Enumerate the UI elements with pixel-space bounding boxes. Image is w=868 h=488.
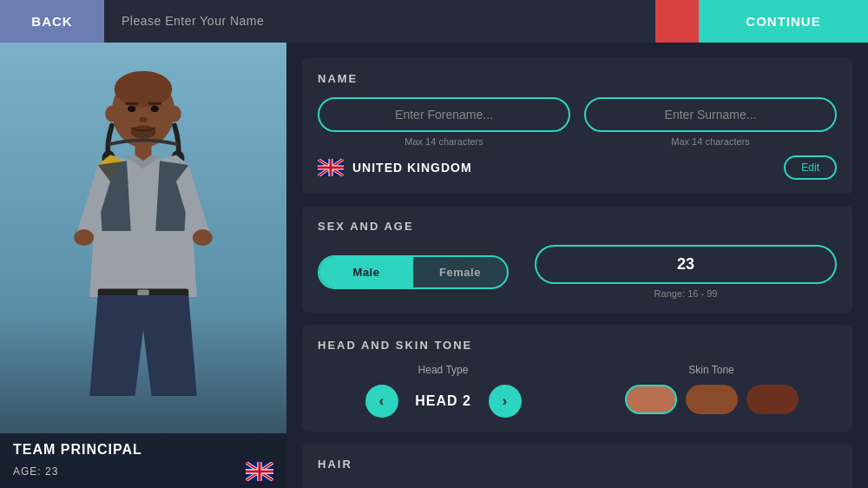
- hair-section: HAIR: [302, 444, 852, 488]
- character-panel: TEAM PRINCIPAL AGE: 23: [0, 43, 286, 488]
- svg-point-8: [139, 116, 148, 122]
- head-type-label: Head Type: [418, 364, 469, 376]
- skin-swatch-2[interactable]: [746, 385, 799, 414]
- age-range: Range: 16 - 99: [654, 288, 718, 299]
- male-button[interactable]: Male: [319, 257, 413, 287]
- character-svg: [48, 66, 239, 396]
- svg-point-13: [74, 229, 94, 246]
- country-name: UNITED KINGDOM: [352, 161, 472, 175]
- character-age: AGE: 23: [13, 465, 58, 478]
- svg-point-2: [105, 105, 118, 122]
- head-skin-section: HEAD AND SKIN TONE Head Type ‹ HEAD 2 › …: [302, 325, 852, 432]
- name-section-title: NAME: [318, 72, 837, 85]
- skin-tone-label: Skin Tone: [688, 364, 733, 376]
- head-selector: ‹ HEAD 2 ›: [318, 385, 569, 418]
- main-content: TEAM PRINCIPAL AGE: 23 NAME: [0, 43, 868, 488]
- country-left: UNITED KINGDOM: [318, 159, 472, 176]
- head-prev-button[interactable]: ‹: [365, 385, 398, 418]
- edit-country-button[interactable]: Edit: [784, 155, 837, 180]
- sex-age-row: Male Female 23 Range: 16 - 99: [318, 245, 837, 299]
- character-info: TEAM PRINCIPAL AGE: 23: [0, 433, 286, 488]
- surname-input[interactable]: [584, 97, 837, 132]
- skin-swatches: [625, 385, 799, 414]
- sex-age-section: SEX AND AGE Male Female 23 Range: 16 - 9…: [302, 206, 852, 313]
- forename-group: Max 14 characters: [318, 97, 570, 147]
- svg-point-9: [131, 125, 156, 138]
- head-next-button[interactable]: ›: [489, 385, 522, 418]
- character-role: TEAM PRINCIPAL: [13, 442, 273, 458]
- forename-input[interactable]: [318, 97, 570, 132]
- age-box: 23 Range: 16 - 99: [535, 245, 837, 299]
- svg-point-1: [115, 70, 173, 107]
- character-figure: [0, 43, 286, 419]
- country-row: UNITED KINGDOM Edit: [318, 155, 837, 180]
- surname-group: Max 14 characters: [584, 97, 837, 147]
- female-button[interactable]: Female: [413, 257, 507, 287]
- skin-swatch-1[interactable]: [686, 385, 738, 414]
- top-bar: BACK Please Enter Your Name CONTINUE: [0, 0, 868, 43]
- skin-swatch-0[interactable]: [625, 385, 677, 414]
- name-section: NAME Max 14 characters Max 14 characters: [302, 58, 852, 194]
- right-panel: NAME Max 14 characters Max 14 characters: [286, 43, 868, 488]
- name-bar: Please Enter Your Name: [104, 0, 699, 43]
- sex-age-title: SEX AND AGE: [318, 220, 837, 233]
- continue-button[interactable]: CONTINUE: [699, 0, 868, 43]
- back-button[interactable]: BACK: [0, 0, 104, 43]
- svg-point-4: [128, 105, 136, 112]
- svg-point-5: [151, 105, 160, 112]
- name-placeholder-text: Please Enter Your Name: [122, 14, 264, 28]
- uk-flag-icon: [246, 462, 273, 481]
- head-skin-title: HEAD AND SKIN TONE: [318, 339, 837, 352]
- red-indicator: [655, 0, 699, 43]
- country-flag-icon: [318, 159, 344, 176]
- surname-max-chars: Max 14 characters: [671, 136, 749, 147]
- svg-rect-7: [148, 102, 161, 104]
- age-value: 23: [535, 245, 837, 284]
- svg-point-3: [168, 105, 181, 122]
- head-type-value: HEAD 2: [409, 393, 478, 409]
- forename-max-chars: Max 14 characters: [404, 136, 483, 147]
- char-age-flag: AGE: 23: [13, 462, 273, 481]
- hair-section-title: HAIR: [318, 458, 837, 471]
- svg-rect-6: [125, 102, 138, 104]
- name-inputs-row: Max 14 characters Max 14 characters: [318, 97, 837, 147]
- svg-point-14: [193, 229, 213, 246]
- sex-toggle: Male Female: [318, 255, 509, 289]
- head-col: Head Type ‹ HEAD 2 ›: [318, 364, 569, 418]
- skin-col: Skin Tone: [586, 364, 837, 418]
- head-skin-row: Head Type ‹ HEAD 2 › Skin Tone: [318, 364, 837, 418]
